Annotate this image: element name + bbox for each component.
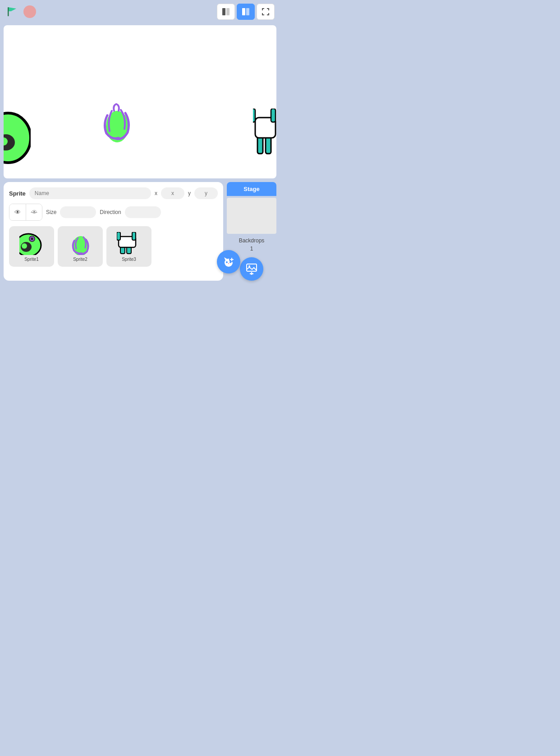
backdrops-label: Backdrops: [239, 237, 265, 244]
sprite-3-image: [115, 231, 142, 256]
svg-rect-4: [226, 8, 230, 15]
add-sprite-button[interactable]: [217, 250, 240, 273]
stage-tab[interactable]: Stage: [227, 182, 276, 196]
direction-label: Direction: [100, 209, 121, 215]
green-flag-button[interactable]: [5, 5, 20, 19]
svg-rect-2: [8, 7, 9, 16]
sprite-thumb-2[interactable]: Sprite2: [58, 226, 103, 267]
sprite-1-label: Sprite1: [24, 257, 39, 262]
y-input[interactable]: [194, 187, 218, 199]
sprite-thumbnails: Sprite1 Sprite2: [9, 226, 218, 267]
add-backdrop-button[interactable]: [240, 257, 263, 281]
hide-button[interactable]: 👁: [26, 204, 42, 220]
stage-sprite-2: [98, 102, 139, 147]
svg-point-20: [31, 237, 33, 240]
bottom-section: Sprite x y 👁 👁 Size Direction: [0, 182, 280, 281]
svg-rect-3: [222, 8, 225, 15]
sprite-controls-top: Sprite x y: [9, 187, 218, 199]
stop-button[interactable]: [23, 5, 36, 18]
direction-input[interactable]: [125, 206, 161, 218]
stage-canvas: [4, 25, 276, 178]
sprite-thumb-1[interactable]: Sprite1: [9, 226, 54, 267]
toolbar-right: [217, 4, 275, 20]
view-normal-button[interactable]: [217, 4, 235, 20]
sprite-thumb-3[interactable]: Sprite3: [106, 226, 151, 267]
sprite-panel: Sprite x y 👁 👁 Size Direction: [4, 182, 223, 281]
svg-rect-15: [271, 109, 275, 122]
svg-point-18: [22, 243, 27, 249]
svg-point-34: [226, 261, 228, 263]
sprite-3-label: Sprite3: [122, 257, 136, 262]
stage-sprite-3: [253, 109, 276, 158]
toolbar-left: [5, 5, 36, 19]
view-code-button[interactable]: [237, 4, 255, 20]
visibility-buttons: 👁 👁: [9, 204, 42, 221]
stage-sprite-1: [4, 106, 31, 160]
toolbar: [0, 0, 280, 23]
svg-point-28: [248, 265, 250, 267]
backdrops-count: 1: [250, 246, 253, 252]
sprite-label: Sprite: [9, 190, 26, 197]
size-label: Size: [46, 209, 56, 215]
x-input[interactable]: [161, 187, 184, 199]
sprite-2-label: Sprite2: [73, 257, 87, 262]
size-input[interactable]: [60, 206, 96, 218]
svg-point-36: [228, 263, 229, 264]
fullscreen-button[interactable]: [257, 4, 275, 20]
svg-rect-14: [253, 109, 255, 122]
y-label: y: [188, 190, 191, 196]
svg-marker-1: [8, 7, 16, 11]
sprite-1-image: [18, 231, 45, 256]
x-label: x: [155, 190, 157, 196]
svg-rect-26: [132, 232, 136, 240]
show-button[interactable]: 👁: [9, 204, 26, 220]
stage-preview: [227, 198, 276, 234]
sprite-name-input[interactable]: [29, 187, 151, 199]
sprite-controls-bottom: 👁 👁 Size Direction: [9, 204, 218, 221]
sprite-2-image: [67, 231, 94, 256]
svg-rect-25: [117, 232, 120, 240]
svg-rect-6: [246, 8, 249, 15]
svg-rect-5: [242, 8, 245, 15]
